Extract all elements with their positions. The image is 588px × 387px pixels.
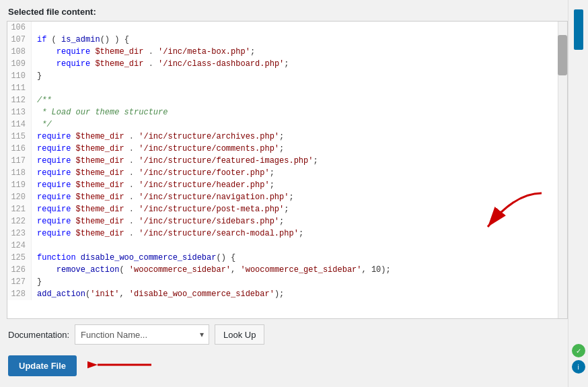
line-number: 119 (7, 179, 32, 191)
line-number: 125 (7, 252, 32, 264)
scrollbar[interactable] (558, 22, 567, 318)
line-code: require $theme_dir . '/inc/structure/sea… (37, 227, 558, 240)
line-code: require $theme_dir . '/inc/structure/foo… (37, 167, 558, 179)
line-number: 127 (7, 276, 32, 288)
function-name-select-wrapper[interactable]: Function Name... (75, 324, 209, 345)
line-code (37, 82, 558, 94)
code-editor-wrapper: 106 107if ( is_admin() ) {108 require $t… (7, 21, 568, 319)
table-row: 113 * Load our theme structure (7, 106, 558, 118)
green-icon: ✓ (572, 344, 585, 357)
line-code: require $theme_dir . '/inc/structure/nav… (37, 191, 558, 203)
line-code: require $theme_dir . '/inc/structure/com… (37, 143, 558, 155)
line-number: 121 (7, 203, 32, 215)
line-number: 109 (7, 58, 32, 70)
table-row: 127} (7, 276, 558, 288)
line-number: 116 (7, 143, 32, 155)
line-number: 124 (7, 240, 32, 252)
right-panel: ✓ i (568, 0, 588, 387)
table-row: 125function disable_woo_commerce_sidebar… (7, 252, 558, 264)
line-code: if ( is_admin() ) { (37, 34, 558, 46)
line-code: require $theme_dir . '/inc/meta-box.php'… (37, 46, 558, 58)
line-code: require $theme_dir . '/inc/structure/sid… (37, 215, 558, 227)
table-row: 115require $theme_dir . '/inc/structure/… (7, 131, 558, 143)
line-code: /** (37, 94, 558, 106)
line-code: } (37, 70, 558, 82)
line-code: require $theme_dir . '/inc/structure/fea… (37, 155, 558, 167)
table-row: 126 remove_action( 'woocommerce_sidebar'… (7, 264, 558, 276)
line-code (37, 240, 558, 252)
line-number: 126 (7, 264, 32, 276)
bottom-icons: ✓ i (572, 344, 585, 374)
line-number: 123 (7, 227, 32, 240)
scrollbar-thumb[interactable] (558, 35, 567, 75)
table-row: 108 require $theme_dir . '/inc/meta-box.… (7, 46, 558, 58)
table-row: 110} (7, 70, 558, 82)
blue-icon: i (572, 360, 585, 374)
line-number: 118 (7, 167, 32, 179)
line-code: require $theme_dir . '/inc/class-dashboa… (37, 58, 558, 70)
line-number: 107 (7, 34, 32, 46)
line-number: 113 (7, 106, 32, 118)
table-row: 116require $theme_dir . '/inc/structure/… (7, 143, 558, 155)
update-file-button[interactable]: Update File (8, 355, 77, 376)
documentation-row: Documentation: Function Name... Look Up (7, 324, 568, 345)
code-editor[interactable]: 106 107if ( is_admin() ) {108 require $t… (7, 22, 558, 318)
line-number: 128 (7, 288, 32, 300)
line-code: * Load our theme structure (37, 106, 558, 118)
table-row: 128add_action('init', 'disable_woo_comme… (7, 288, 558, 300)
line-number: 114 (7, 118, 32, 131)
table-row: 121require $theme_dir . '/inc/structure/… (7, 203, 558, 215)
line-code: require $theme_dir . '/inc/structure/hea… (37, 179, 558, 191)
table-row: 119require $theme_dir . '/inc/structure/… (7, 179, 558, 191)
selected-file-label: Selected file content: (7, 7, 568, 17)
table-row: 106 (7, 22, 558, 34)
table-row: 117require $theme_dir . '/inc/structure/… (7, 155, 558, 167)
table-row: 111 (7, 82, 558, 94)
table-row: 123require $theme_dir . '/inc/structure/… (7, 227, 558, 240)
line-code: function disable_woo_commerce_sidebar() … (37, 252, 558, 264)
line-number: 117 (7, 155, 32, 167)
table-row: 109 require $theme_dir . '/inc/class-das… (7, 58, 558, 70)
table-row: 120require $theme_dir . '/inc/structure/… (7, 191, 558, 203)
line-code: remove_action( 'woocommerce_sidebar', 'w… (37, 264, 558, 276)
line-number: 108 (7, 46, 32, 58)
line-number: 106 (7, 22, 32, 34)
table-row: 122require $theme_dir . '/inc/structure/… (7, 215, 558, 227)
documentation-label: Documentation: (8, 330, 69, 340)
line-code: require $theme_dir . '/inc/structure/pos… (37, 203, 558, 215)
line-number: 122 (7, 215, 32, 227)
table-row: 112/** (7, 94, 558, 106)
line-code (37, 22, 558, 34)
line-number: 112 (7, 94, 32, 106)
table-row: 114 */ (7, 118, 558, 131)
line-code: require $theme_dir . '/inc/structure/arc… (37, 131, 558, 143)
right-panel-indicator (574, 9, 583, 50)
table-row: 107if ( is_admin() ) { (7, 34, 558, 46)
line-number: 110 (7, 70, 32, 82)
line-code: add_action('init', 'disable_woo_commerce… (37, 288, 558, 300)
table-row: 118require $theme_dir . '/inc/structure/… (7, 167, 558, 179)
update-row: Update File (7, 351, 568, 380)
update-arrow-annotation (87, 351, 155, 380)
function-name-select[interactable]: Function Name... (75, 324, 209, 345)
line-number: 111 (7, 82, 32, 94)
line-code: */ (37, 118, 558, 131)
table-row: 124 (7, 240, 558, 252)
line-number: 115 (7, 131, 32, 143)
line-number: 120 (7, 191, 32, 203)
lookup-button[interactable]: Look Up (215, 324, 264, 345)
line-code: } (37, 276, 558, 288)
